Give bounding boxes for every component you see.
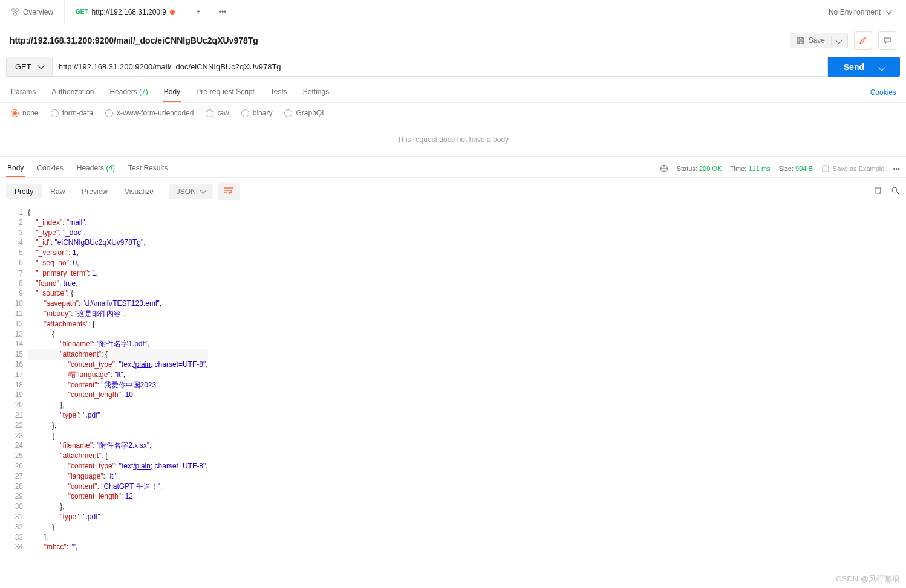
- save-label: Save: [809, 36, 825, 45]
- tab-body[interactable]: Body: [163, 83, 181, 102]
- body-type-binary[interactable]: binary: [241, 109, 273, 117]
- search-button[interactable]: [891, 186, 900, 197]
- body-type-label: form-data: [62, 109, 93, 117]
- tab-tests[interactable]: Tests: [269, 83, 288, 102]
- chevron-down-icon: [878, 64, 885, 71]
- body-type-graphql[interactable]: GraphQL: [284, 109, 325, 117]
- edit-button[interactable]: [854, 31, 872, 50]
- headers-count: (7): [139, 88, 148, 96]
- svg-point-2: [14, 12, 17, 15]
- chevron-down-icon: [885, 7, 892, 14]
- cookies-link[interactable]: Cookies: [870, 83, 896, 102]
- no-body-message: This request does not have a body: [0, 123, 906, 157]
- pencil-icon: [859, 36, 867, 45]
- send-button[interactable]: Send: [828, 57, 900, 77]
- format-select[interactable]: JSON: [169, 184, 213, 199]
- save-button[interactable]: Save: [790, 33, 848, 48]
- chevron-down-icon: [200, 187, 206, 193]
- title-row: http://192.168.31.200:9200/mail/_doc/eiC…: [0, 24, 906, 57]
- tab-more-button[interactable]: •••: [210, 8, 235, 16]
- headers-label: Headers: [109, 88, 137, 96]
- save-example-label: Save as Example: [833, 165, 885, 172]
- tab-overview-label: Overview: [23, 8, 53, 16]
- method-label: GET: [15, 62, 31, 71]
- body-type-label: binary: [253, 109, 273, 117]
- method-select[interactable]: GET: [6, 57, 52, 77]
- tab-authorization[interactable]: Authorization: [50, 83, 95, 102]
- radio-icon: [105, 109, 113, 117]
- status-text: Status: 200 OK: [677, 165, 722, 172]
- url-row: GET Send: [0, 57, 906, 83]
- tab-params[interactable]: Params: [10, 83, 37, 102]
- radio-icon: [284, 109, 292, 117]
- line-gutter: 1234567891011121314151617181920212223242…: [0, 205, 28, 555]
- send-label: Send: [844, 62, 864, 72]
- tab-prerequest[interactable]: Pre-request Script: [195, 83, 256, 102]
- tabs-bar: Overview GET http://192.168.31.200:9 + •…: [0, 0, 906, 24]
- environment-select[interactable]: No Environment: [814, 8, 906, 16]
- view-preview[interactable]: Preview: [73, 184, 116, 199]
- body-type-label: GraphQL: [296, 109, 325, 117]
- radio-icon: [206, 109, 213, 117]
- comment-button[interactable]: [878, 31, 896, 50]
- svg-point-0: [12, 8, 15, 11]
- unsaved-dot-icon: [170, 10, 175, 15]
- title-actions: Save: [790, 31, 896, 50]
- svg-rect-4: [876, 189, 881, 193]
- view-pretty[interactable]: Pretty: [6, 184, 42, 199]
- tab-headers[interactable]: Headers (7): [108, 83, 149, 102]
- globe-icon: [660, 164, 668, 173]
- request-title: http://192.168.31.200:9200/mail/_doc/eiC…: [10, 36, 258, 45]
- body-type-label: x-www-form-urlencoded: [117, 109, 194, 117]
- search-icon: [891, 186, 900, 195]
- code-content[interactable]: { "_index": "mail", "_type": "_doc", "_i…: [28, 205, 208, 555]
- resp-tab-cookies[interactable]: Cookies: [36, 160, 64, 177]
- radio-icon: [51, 109, 59, 117]
- copy-icon: [873, 186, 882, 195]
- body-type-xwww[interactable]: x-www-form-urlencoded: [105, 109, 194, 117]
- tab-request[interactable]: GET http://192.168.31.200:9: [65, 0, 186, 24]
- code-area: 1234567891011121314151617181920212223242…: [0, 205, 906, 555]
- body-type-label: none: [22, 109, 39, 117]
- tab-settings[interactable]: Settings: [302, 83, 330, 102]
- radio-icon: [11, 109, 19, 117]
- response-status: Status: 200 OK Time: 111 ms Size: 904 B …: [660, 164, 900, 173]
- environment-label: No Environment: [829, 8, 881, 16]
- response-tabs: Body Cookies Headers (4) Test Results St…: [0, 157, 906, 178]
- copy-button[interactable]: [873, 186, 882, 197]
- svg-point-5: [892, 187, 897, 192]
- send-chevron[interactable]: [873, 62, 884, 72]
- wrap-button[interactable]: [218, 183, 240, 200]
- chevron-down-icon: [835, 37, 842, 44]
- body-type-formdata[interactable]: form-data: [51, 109, 93, 117]
- save-icon: [821, 164, 830, 173]
- format-label: JSON: [177, 187, 196, 196]
- tab-method-label: GET: [76, 8, 88, 15]
- comment-icon: [883, 36, 891, 45]
- resp-headers-count: (4): [106, 164, 115, 172]
- save-as-example-button[interactable]: Save as Example: [821, 164, 885, 173]
- overview-icon: [11, 8, 19, 16]
- tab-overview[interactable]: Overview: [0, 0, 65, 24]
- wrap-icon: [224, 186, 233, 195]
- more-button[interactable]: •••: [893, 165, 900, 172]
- view-raw[interactable]: Raw: [42, 184, 73, 199]
- resp-tab-body[interactable]: Body: [6, 160, 25, 177]
- svg-point-1: [16, 8, 19, 11]
- save-chevron[interactable]: [831, 36, 841, 45]
- chevron-down-icon: [37, 62, 44, 69]
- view-right-actions: [873, 186, 900, 197]
- size-text: Size: 904 B: [779, 165, 813, 172]
- body-type-none[interactable]: none: [11, 109, 39, 117]
- time-text: Time: 111 ms: [730, 165, 770, 172]
- view-visualize[interactable]: Visualize: [116, 184, 162, 199]
- body-type-label: raw: [217, 109, 229, 117]
- url-input[interactable]: [52, 57, 828, 77]
- resp-tab-results[interactable]: Test Results: [127, 160, 169, 177]
- save-icon: [797, 36, 805, 45]
- body-type-raw[interactable]: raw: [206, 109, 229, 117]
- resp-tab-headers[interactable]: Headers (4): [76, 160, 116, 177]
- view-row: Pretty Raw Preview Visualize JSON: [0, 178, 906, 205]
- resp-headers-label: Headers: [77, 164, 104, 172]
- new-tab-button[interactable]: +: [186, 8, 210, 16]
